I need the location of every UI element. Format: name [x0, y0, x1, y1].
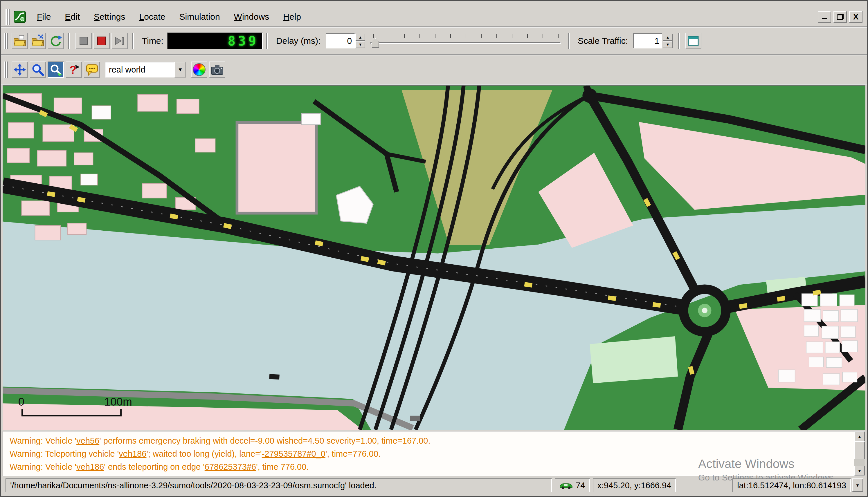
menu-file[interactable]: File	[30, 10, 58, 24]
minimize-button[interactable]	[818, 11, 831, 23]
slider-thumb[interactable]	[372, 38, 379, 48]
vehicle-link[interactable]: veh56	[76, 436, 99, 445]
screenshot-button[interactable]	[209, 61, 225, 78]
chevron-down-icon: ▼	[178, 67, 183, 73]
map-view[interactable]: 0 100m	[3, 85, 865, 430]
menu-locate[interactable]: Locate	[132, 10, 172, 24]
locate-tool-button[interactable]	[47, 61, 64, 78]
menu-simulation[interactable]: Simulation	[172, 10, 227, 24]
toolbar-separator-line	[1, 54, 867, 55]
camera-icon	[210, 63, 224, 76]
scrollbar-thumb[interactable]	[854, 441, 865, 459]
run-button[interactable]	[75, 33, 92, 49]
log-text: '; waited too long (yield), lane='	[146, 449, 262, 458]
cursor-geo-field: lat:16.512474, lon:80.614193	[732, 479, 851, 492]
cursor-position-field: x:945.20, y:1666.94	[593, 479, 676, 492]
recenter-view-button[interactable]	[12, 61, 28, 78]
scroll-down-button[interactable]: ▼	[854, 466, 865, 475]
log-text: ' ends teleporting on edge '	[104, 462, 205, 471]
delay-spinner: ▲ ▼	[326, 33, 365, 48]
time-label: Time:	[142, 36, 164, 46]
log-text: ' performs emergency braking with decel=…	[99, 436, 430, 445]
edit-coloring-button[interactable]	[191, 61, 207, 78]
question-mark-icon: ?	[67, 63, 80, 76]
status-message: '/home/harika/Documents/ns-allinone-3.29…	[5, 479, 552, 492]
context-help-button[interactable]: ?	[66, 61, 82, 78]
scale-zero-label: 0	[18, 396, 24, 408]
menu-help[interactable]: Help	[276, 10, 308, 24]
toolbar-separator	[266, 33, 269, 49]
lane-link[interactable]: -279535787#0_0	[262, 449, 325, 458]
toolbar2-grip[interactable]	[4, 61, 8, 78]
car-icon	[559, 482, 573, 489]
delay-input[interactable]	[326, 33, 355, 48]
vehicle-count-field: 74	[555, 479, 590, 492]
scale-down-button[interactable]: ▼	[663, 41, 673, 48]
log-scrollbar[interactable]: ▲ ▼	[854, 431, 865, 475]
stop-icon	[96, 36, 107, 46]
step-button[interactable]	[111, 33, 128, 49]
color-wheel-icon	[193, 63, 206, 76]
pan-arrows-icon	[13, 63, 26, 76]
minimize-icon	[822, 14, 827, 19]
menu-separator-line	[1, 26, 867, 28]
close-button[interactable]: X	[849, 11, 863, 23]
log-line: Warning: Vehicle 'veh186' ends teleporti…	[10, 460, 850, 473]
toolbar-separator	[678, 33, 681, 49]
locate-magnifier-icon	[49, 63, 62, 76]
spin-up-icon: ▲	[666, 36, 670, 39]
sumo-gui-window: File Edit Settings Locate Simulation Win…	[0, 0, 868, 497]
vehicle-count: 74	[576, 481, 585, 490]
map-canvas: 0 100m	[3, 86, 865, 430]
zoom-button[interactable]	[30, 61, 46, 78]
coloring-scheme-value: real world	[105, 62, 174, 77]
delay-slider[interactable]	[370, 32, 561, 50]
log-text: ', time 776.00.	[256, 462, 309, 471]
menubar-grip[interactable]	[5, 9, 10, 25]
open-network-button[interactable]	[30, 33, 46, 49]
gray-vehicle	[410, 416, 420, 421]
run-icon	[79, 36, 89, 46]
combo-dropdown-button[interactable]: ▼	[174, 62, 186, 77]
scroll-down-icon: ▼	[857, 468, 862, 473]
new-view-button[interactable]	[685, 33, 701, 49]
open-simulation-button[interactable]	[12, 33, 28, 49]
toolbar-separator	[68, 33, 71, 49]
vehicle-link[interactable]: veh186	[76, 462, 104, 471]
menu-windows[interactable]: Windows	[227, 10, 276, 24]
toolbar-separator	[132, 33, 135, 49]
menu-edit[interactable]: Edit	[58, 10, 87, 24]
reload-button[interactable]	[47, 33, 64, 49]
delay-down-button[interactable]: ▼	[355, 41, 365, 48]
scrollbar-track[interactable]	[854, 459, 865, 466]
coloring-scheme-select[interactable]: real world ▼	[105, 62, 186, 77]
vehicle-link[interactable]: veh186	[119, 449, 146, 458]
restore-button[interactable]	[834, 11, 847, 23]
scale-traffic-spinner: ▲ ▼	[633, 33, 673, 48]
toolbar1-grip[interactable]	[4, 33, 8, 49]
log-text: Warning: Vehicle '	[10, 436, 76, 445]
restore-icon	[837, 14, 844, 20]
slider-groove	[370, 42, 561, 44]
spin-up-icon: ▲	[359, 36, 362, 39]
scroll-up-icon: ▲	[857, 434, 862, 439]
scale-up-button[interactable]: ▲	[663, 34, 673, 41]
stop-button[interactable]	[94, 33, 110, 49]
message-log[interactable]: Warning: Vehicle 'veh56' performs emerge…	[3, 431, 865, 476]
log-line: Warning: Vehicle 'veh56' performs emerge…	[10, 434, 850, 448]
scroll-up-button[interactable]: ▲	[854, 431, 865, 441]
sumo-app-icon	[14, 11, 26, 23]
close-icon: X	[853, 12, 859, 22]
speech-bubble-icon	[85, 63, 99, 76]
step-icon	[114, 36, 125, 46]
scale-traffic-input[interactable]	[633, 33, 662, 48]
delay-label: Delay (ms):	[276, 36, 321, 46]
scale-traffic-label: Scale Traffic:	[578, 36, 628, 46]
open-folder-icon	[13, 34, 27, 47]
menu-settings[interactable]: Settings	[87, 10, 132, 24]
status-scroll-down-button[interactable]: ▼	[852, 479, 863, 492]
edge-link[interactable]: 678625373#6	[205, 462, 256, 471]
time-value: 839	[228, 34, 258, 48]
delay-up-button[interactable]: ▲	[355, 34, 365, 41]
tooltip-toggle-button[interactable]	[84, 61, 100, 78]
